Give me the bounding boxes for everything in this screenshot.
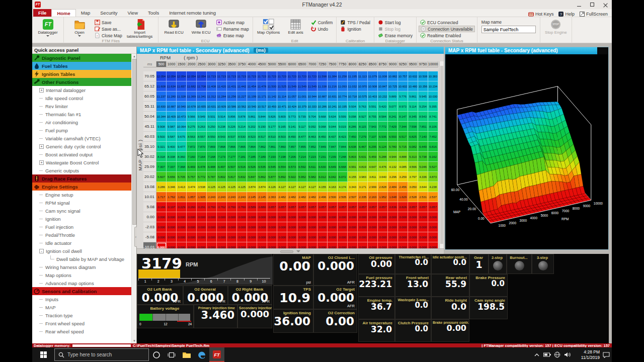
fuel-cell[interactable]: 10.725 (388, 81, 398, 92)
fuel-cell[interactable]: 5.757 (187, 172, 197, 182)
col-header[interactable]: 2500 (197, 61, 207, 67)
sidebar-item-thermatic-fan-1[interactable]: Thermatic fan #1 (32, 110, 131, 118)
fuel-cell[interactable]: 0.000 (358, 212, 368, 222)
fuel-cell[interactable]: 5.631 (358, 152, 368, 162)
fuel-cell[interactable]: 0.000 (156, 232, 167, 242)
fuel-cell[interactable]: 2.828 (378, 182, 388, 192)
sidebar-category-engine-settings[interactable]: Engine Settings (32, 183, 131, 191)
fuel-cell[interactable]: 8.510 (267, 132, 277, 142)
splitter-grip[interactable] (280, 250, 293, 253)
fuel-cell[interactable]: 4.873 (428, 172, 438, 182)
fuel-cell[interactable]: 0.000 (328, 232, 338, 242)
fuel-cell[interactable]: 11.227 (237, 92, 247, 102)
fuel-cell[interactable]: 6.592 (297, 162, 307, 172)
fuel-cell[interactable]: 1.905 (197, 192, 207, 202)
fuel-cell[interactable]: 0.000 (237, 222, 247, 232)
fuel-cell[interactable]: 11.634 (167, 81, 177, 92)
fuel-cell[interactable]: 6.488 (207, 162, 217, 172)
fuel-cell[interactable]: 0.000 (267, 232, 277, 242)
fuel-cell[interactable]: 11.079 (368, 71, 378, 81)
fuel-cell[interactable]: 0.000 (317, 212, 328, 222)
fuel-cell[interactable]: 3.811 (368, 172, 378, 182)
sidebar-item-traction-type[interactable]: Traction type (32, 311, 131, 319)
fuel-cell[interactable]: 10.517 (257, 102, 267, 112)
fuel-cell[interactable]: 0.000 (418, 212, 428, 222)
fuel-cell[interactable]: 7.852 (307, 142, 317, 152)
fuel-cell[interactable]: 6.469 (187, 162, 197, 172)
fuel-cell[interactable]: 6.042 (328, 172, 338, 182)
fuel-cell[interactable]: 0.880 (257, 202, 267, 212)
sidebar-item-ignition-coil-dwell[interactable]: -Ignition coil dwell (32, 247, 131, 255)
fuel-cell[interactable]: 5.787 (207, 172, 217, 182)
sidebar-item-map-options[interactable]: Map options (32, 271, 131, 279)
fuel-cell[interactable]: 7.450 (348, 132, 358, 142)
fuel-cell[interactable]: 5.892 (277, 172, 287, 182)
sidebar-item-cam-sync-signal[interactable]: Cam sync signal (32, 207, 131, 215)
fuel-cell[interactable]: 0.857 (307, 202, 317, 212)
fuel-cell[interactable]: 9.949 (197, 112, 207, 122)
fuel-cell[interactable]: 11.500 (267, 81, 277, 92)
sidebar-category-other-functions[interactable]: Other Functions (32, 78, 131, 86)
fuel-cell[interactable]: 9.675 (177, 132, 187, 142)
fuel-cell[interactable]: 5.705 (177, 172, 187, 182)
fuel-cell[interactable]: 7.164 (197, 152, 207, 162)
fuel-cell[interactable]: 5.780 (388, 142, 398, 152)
fuel-cell[interactable]: 10.882 (388, 71, 398, 81)
fuel-cell[interactable]: 0.000 (237, 232, 247, 242)
close-button[interactable] (599, 0, 612, 9)
fuel-cell[interactable]: 11.369 (187, 92, 197, 102)
fuel-cell[interactable]: 9.019 (338, 122, 348, 132)
fuel-cell[interactable]: 9.634 (328, 112, 338, 122)
fuel-cell[interactable]: 4.127 (287, 182, 297, 192)
fuel-cell[interactable]: 8.543 (217, 132, 227, 142)
fuel-cell[interactable]: 5.803 (348, 152, 358, 162)
fuel-cell[interactable]: 4.127 (307, 182, 317, 192)
fuel-cell[interactable]: 10.774 (338, 92, 348, 102)
fuel-cell[interactable]: 3.050 (408, 182, 418, 192)
fuel-cell[interactable]: 11.420 (217, 81, 227, 92)
fuel-cell[interactable]: 4.085 (398, 162, 408, 172)
fuel-cell[interactable]: 3.171 (358, 182, 368, 192)
taskbar-clock[interactable]: 4:28 PM11/1/2019 (573, 349, 601, 360)
menu-tab-tools[interactable]: Tools (143, 9, 164, 17)
fuel-cell[interactable]: 9.077 (388, 102, 398, 112)
menu-tab-security[interactable]: Security (95, 9, 122, 17)
fuel-cell[interactable]: 9.889 (388, 92, 398, 102)
fuel-cell[interactable]: 9.987 (167, 122, 177, 132)
fuel-cell[interactable]: 0.857 (297, 202, 307, 212)
fuel-cell[interactable]: 11.008 (378, 71, 388, 81)
tree-expander-icon[interactable]: + (39, 160, 44, 165)
fuel-cell[interactable]: 10.234 (428, 81, 438, 92)
fuel-cell[interactable]: 11.113 (358, 71, 368, 81)
fuel-cell[interactable]: 11.001 (297, 92, 307, 102)
fuel-cell[interactable]: 9.044 (328, 122, 338, 132)
fuel-cell[interactable]: 3.343 (348, 182, 358, 192)
sidebar-item-generic-outputs[interactable]: Generic outputs (32, 166, 131, 174)
sidebar-item-internal-datalogger[interactable]: +Internal datalogger (32, 86, 131, 94)
fuel-cell[interactable]: 0.000 (247, 222, 257, 232)
fuel-cell[interactable]: 3.538 (197, 182, 207, 192)
fuel-cell[interactable]: 2.484 (388, 182, 398, 192)
tree-expander-icon[interactable]: - (39, 249, 44, 253)
fuel-cell[interactable]: 0.857 (317, 202, 328, 212)
fuel-cell[interactable]: 6.611 (307, 162, 317, 172)
start-log-button[interactable]: Start log (376, 19, 414, 26)
fuel-cell[interactable]: 9.587 (167, 132, 177, 142)
fuel-cell[interactable]: 0.000 (428, 232, 438, 242)
fuel-cell[interactable]: 11.708 (197, 81, 207, 92)
fuel-cell[interactable]: 5.772 (197, 172, 207, 182)
fuel-cell[interactable]: 11.682 (187, 81, 197, 92)
fuel-cell[interactable]: 10.379 (297, 102, 307, 112)
maximize-button[interactable] (586, 0, 599, 9)
fuel-cell[interactable]: 11.408 (207, 81, 217, 92)
fuel-cell[interactable]: 6.825 (408, 132, 418, 142)
fuel-cell[interactable]: 7.868 (217, 142, 227, 152)
fuel-cell[interactable]: 0.000 (418, 222, 428, 232)
fuel-cell[interactable]: 0.000 (358, 232, 368, 242)
fuel-cell[interactable]: 11.723 (237, 71, 247, 81)
fuel-cell[interactable]: 10.409 (167, 112, 177, 122)
fuel-cell[interactable]: 11.478 (257, 81, 267, 92)
fuel-cell[interactable]: 2.482 (277, 192, 287, 202)
fuel-cell[interactable]: 10.609 (217, 102, 227, 112)
fuel-cell[interactable]: 0.000 (277, 212, 287, 222)
